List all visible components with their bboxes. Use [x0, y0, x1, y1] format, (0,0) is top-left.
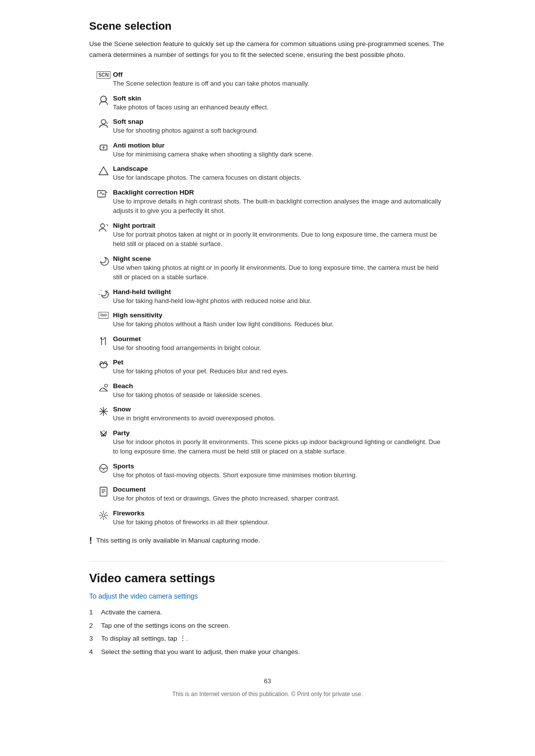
scene-name-party: Party	[113, 429, 446, 437]
scene-item-snow: Snow Use in bright environments to avoid…	[94, 405, 446, 423]
scene-name-nightportrait: Night portrait	[113, 222, 446, 229]
party-icon	[94, 429, 113, 441]
scene-desc-landscape: Use for landscape photos. The camera foc…	[113, 173, 446, 183]
iso-icon: iso	[94, 311, 113, 319]
landscape-icon	[94, 165, 113, 176]
scene-list: SCN Off The Scene selection feature is o…	[94, 71, 446, 527]
scene-item-antiblur: Anti motion blur Use for minimising came…	[94, 142, 446, 159]
svg-point-6	[101, 224, 105, 228]
pet-icon	[94, 358, 113, 370]
step-number-1: 1	[89, 607, 97, 618]
scene-name-snow: Snow	[113, 405, 446, 413]
step-number-2: 2	[89, 620, 97, 631]
twilight-icon	[94, 288, 113, 300]
video-settings-link[interactable]: To adjust the video camera settings	[89, 592, 446, 600]
scene-name-pet: Pet	[113, 358, 446, 366]
step-text-2: Tap one of the settings icons on the scr…	[101, 620, 230, 631]
scene-item-hdr: + Backlight correction HDR Use to improv…	[94, 189, 446, 216]
scene-desc-nightportrait: Use for portrait photos taken at night o…	[113, 230, 446, 249]
scene-selection-title: Scene selection	[89, 20, 446, 33]
scene-item-iso: iso High sensitivity Use for taking phot…	[94, 311, 446, 329]
scene-desc-antiblur: Use for minimising camera shake when sho…	[113, 150, 446, 159]
svg-text:+: +	[106, 191, 107, 194]
svg-point-14	[103, 363, 104, 364]
page-container: Scene selection Use the Scene selection …	[79, 0, 456, 727]
scene-item-softkin: Soft skin Take photos of faces using an …	[94, 95, 446, 112]
scene-name-softkin: Soft skin	[113, 95, 446, 102]
scene-name-nightscene: Night scene	[113, 255, 446, 262]
fireworks-icon	[94, 509, 113, 521]
svg-rect-23	[100, 487, 107, 496]
footer-note: This is an Internet version of this publ…	[89, 691, 446, 698]
step-2: 2 Tap one of the settings icons on the s…	[89, 620, 446, 631]
scene-item-fireworks: Fireworks Use for taking photos of firew…	[94, 509, 446, 527]
scene-name-landscape: Landscape	[113, 165, 446, 172]
scene-name-softsnap: Soft snap	[113, 118, 446, 125]
step-number-4: 4	[89, 647, 97, 657]
scene-name-hdr: Backlight correction HDR	[113, 189, 446, 196]
video-section-title: Video camera settings	[89, 571, 446, 585]
scene-item-softsnap: Soft snap Use for shooting photos agains…	[94, 118, 446, 136]
scene-name-iso: High sensitivity	[113, 311, 446, 319]
scene-desc-snow: Use in bright environments to avoid over…	[113, 413, 446, 423]
scene-desc-pet: Use for taking photos of your pet. Reduc…	[113, 366, 446, 376]
antiblur-icon	[94, 142, 113, 153]
scene-desc-sports: Use for photos of fast-moving objects. S…	[113, 470, 446, 480]
beach-icon	[94, 382, 113, 394]
svg-point-11	[105, 361, 107, 363]
scene-desc-party: Use for indoor photos in poorly lit envi…	[113, 437, 446, 456]
scene-item-sports: Sports Use for photos of fast-moving obj…	[94, 462, 446, 480]
document-icon	[94, 486, 113, 497]
step-3: 3 To display all settings, tap ⋮.	[89, 633, 446, 644]
scene-item-off: SCN Off The Scene selection feature is o…	[94, 71, 446, 89]
scene-desc-softkin: Take photos of faces using an enhanced b…	[113, 102, 446, 112]
scene-desc-nightscene: Use when taking photos at night or in po…	[113, 263, 446, 282]
svg-line-32	[101, 512, 102, 513]
scene-item-document: Document Use for photos of text or drawi…	[94, 486, 446, 504]
video-steps-list: 1 Activate the camera. 2 Tap one of the …	[89, 607, 446, 657]
step-1: 1 Activate the camera.	[89, 607, 446, 618]
scene-item-beach: Beach Use for taking photos of seaside o…	[94, 382, 446, 400]
note-row: ! This setting is only available in Manu…	[89, 536, 446, 546]
scene-item-twilight: Hand-held twilight Use for taking hand-h…	[94, 288, 446, 306]
scene-name-beach: Beach	[113, 382, 446, 390]
note-text: This setting is only available in Manual…	[96, 536, 260, 546]
scene-name-document: Document	[113, 486, 446, 493]
svg-point-27	[102, 514, 105, 517]
svg-line-34	[106, 512, 107, 513]
scene-desc-document: Use for photos of text or drawings. Give…	[113, 494, 446, 504]
svg-point-10	[101, 361, 103, 363]
scene-desc-off: The Scene selection feature is off and y…	[113, 79, 446, 89]
note-icon: !	[89, 536, 92, 546]
scene-name-twilight: Hand-held twilight	[113, 288, 446, 296]
svg-rect-4	[98, 191, 106, 197]
step-number-3: 3	[89, 633, 97, 644]
scene-name-off: Off	[113, 71, 446, 78]
nightscene-icon	[94, 255, 113, 266]
snow-icon	[94, 405, 113, 417]
step-text-1: Activate the camera.	[101, 607, 162, 618]
scene-item-landscape: Landscape Use for landscape photos. The …	[94, 165, 446, 183]
scene-name-antiblur: Anti motion blur	[113, 142, 446, 149]
step-4: 4 Select the setting that you want to ad…	[89, 647, 446, 657]
svg-line-33	[106, 517, 107, 518]
scene-desc-twilight: Use for taking hand-held low-light photo…	[113, 296, 446, 306]
scene-selection-intro: Use the Scene selection feature to quick…	[89, 39, 446, 60]
scn-icon: SCN	[94, 71, 113, 79]
scene-desc-softsnap: Use for shooting photos against a soft b…	[113, 126, 446, 136]
scene-desc-fireworks: Use for taking photos of fireworks in al…	[113, 517, 446, 527]
svg-marker-3	[99, 167, 108, 175]
scene-desc-gourmet: Use for shooting food arrangements in br…	[113, 343, 446, 353]
hdr-icon: +	[94, 189, 113, 200]
scene-item-party: Party Use for indoor photos in poorly li…	[94, 429, 446, 456]
scene-item-nightscene: Night scene Use when taking photos at ni…	[94, 255, 446, 282]
page-footer: 63 This is an Internet version of this p…	[89, 677, 446, 707]
section-divider	[89, 561, 446, 561]
scene-name-sports: Sports	[113, 462, 446, 470]
svg-point-15	[105, 384, 107, 387]
scene-desc-beach: Use for taking photos of seaside or lake…	[113, 390, 446, 400]
page-number: 63	[89, 677, 446, 685]
step-text-4: Select the setting that you want to adju…	[101, 647, 300, 657]
scene-item-nightportrait: Night portrait Use for portrait photos t…	[94, 222, 446, 249]
nightportrait-icon	[94, 222, 113, 233]
